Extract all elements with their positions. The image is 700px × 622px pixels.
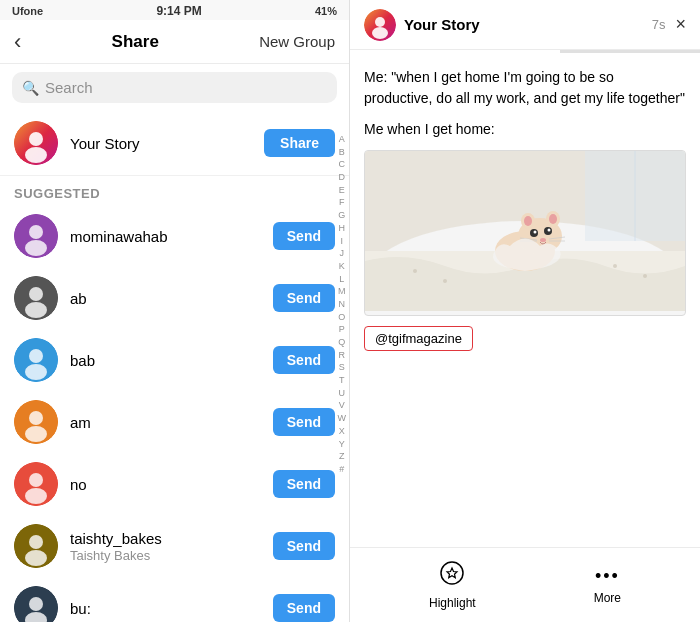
contact-name: taishty_bakes (70, 530, 273, 547)
more-icon: ••• (595, 566, 620, 587)
suggested-label: SUGGESTED (0, 176, 349, 205)
contact-row: am Send (0, 391, 349, 453)
avatar-img (14, 462, 58, 506)
contact-name: bab (70, 352, 273, 369)
svg-point-41 (534, 231, 537, 234)
status-bar: Ufone 9:14 PM 41% (0, 0, 349, 20)
svg-point-19 (29, 535, 43, 549)
contact-info: mominawahab (70, 228, 273, 245)
right-panel: Your Story 7s × Me: "when I get home I'm… (350, 0, 700, 622)
avatar (14, 586, 58, 622)
highlight-label: Highlight (429, 596, 476, 610)
your-story-avatar (14, 121, 58, 165)
avatar (14, 524, 58, 568)
contact-name: mominawahab (70, 228, 273, 245)
avatar (14, 462, 58, 506)
story-footer: Highlight ••• More (350, 547, 700, 622)
contact-info: no (70, 476, 273, 493)
svg-point-42 (548, 229, 551, 232)
contact-info: bab (70, 352, 273, 369)
story-progress-bar (350, 50, 700, 53)
send-button[interactable]: Send (273, 222, 335, 250)
svg-point-49 (443, 279, 447, 283)
avatar-img (14, 338, 58, 382)
svg-point-29 (372, 27, 388, 39)
send-button[interactable]: Send (273, 594, 335, 622)
new-group-button[interactable]: New Group (259, 33, 335, 50)
story-header: Your Story 7s × (350, 0, 700, 50)
send-button[interactable]: Send (273, 408, 335, 436)
search-icon: 🔍 (22, 80, 39, 96)
avatar-img (14, 524, 58, 568)
contact-info: am (70, 414, 273, 431)
avatar-img (14, 586, 58, 622)
svg-point-13 (29, 411, 43, 425)
highlight-icon (439, 560, 465, 592)
story-progress-fill (350, 50, 560, 53)
avatar (14, 338, 58, 382)
svg-point-11 (25, 364, 47, 380)
contact-row: taishty_bakes Taishty Bakes Send (0, 515, 349, 577)
contact-row: no Send (0, 453, 349, 515)
contact-name: no (70, 476, 273, 493)
story-content: Me: "when I get home I'm going to be so … (350, 53, 700, 547)
search-bar[interactable]: 🔍 Search (12, 72, 337, 103)
svg-point-28 (375, 17, 385, 27)
more-label: More (594, 591, 621, 605)
send-button[interactable]: Send (273, 346, 335, 374)
story-title: Your Story (404, 16, 652, 33)
svg-point-38 (549, 214, 557, 224)
send-button[interactable]: Send (273, 470, 335, 498)
svg-point-7 (29, 287, 43, 301)
contact-list: mominawahab Send ab Send b (0, 205, 349, 622)
svg-point-2 (25, 147, 47, 163)
share-button[interactable]: Share (264, 129, 335, 157)
your-story-label: Your Story (70, 135, 264, 152)
svg-point-4 (29, 225, 43, 239)
more-action[interactable]: ••• More (594, 566, 621, 605)
contact-name: ab (70, 290, 273, 307)
svg-point-20 (25, 550, 47, 566)
story-tag: @tgifmagazine (364, 326, 473, 351)
meme-image (365, 151, 685, 311)
story-close-button[interactable]: × (675, 14, 686, 35)
svg-point-1 (29, 132, 43, 146)
svg-point-54 (441, 562, 463, 584)
contact-name: bu: (70, 600, 273, 617)
svg-point-5 (25, 240, 47, 256)
left-panel: Ufone 9:14 PM 41% ‹ Share New Group 🔍 Se… (0, 0, 350, 622)
svg-point-36 (524, 216, 532, 226)
svg-point-8 (25, 302, 47, 318)
contact-row: bab Send (0, 329, 349, 391)
story-time: 7s (652, 17, 666, 32)
send-button[interactable]: Send (273, 532, 335, 560)
avatar (14, 276, 58, 320)
avatar-img (14, 214, 58, 258)
contact-row: bu: Send (0, 577, 349, 622)
avatar (14, 400, 58, 444)
avatar (14, 214, 58, 258)
svg-point-14 (25, 426, 47, 442)
contact-row: ab Send (0, 267, 349, 329)
contact-subname: Taishty Bakes (70, 548, 273, 563)
story-text-2: Me when I get home: (364, 119, 686, 140)
highlight-action[interactable]: Highlight (429, 560, 476, 610)
contact-info: ab (70, 290, 273, 307)
avatar-img (14, 400, 58, 444)
story-meme-container (364, 150, 686, 316)
send-button[interactable]: Send (273, 284, 335, 312)
header-title: Share (11, 32, 259, 52)
svg-point-10 (29, 349, 43, 363)
svg-point-16 (29, 473, 43, 487)
svg-point-43 (540, 238, 546, 242)
battery: 41% (315, 5, 337, 17)
story-avatar (364, 9, 396, 41)
your-story-avatar-img (14, 121, 58, 165)
svg-point-17 (25, 488, 47, 504)
avatar-img (14, 276, 58, 320)
svg-point-51 (643, 274, 647, 278)
story-text-1: Me: "when I get home I'm going to be so … (364, 67, 686, 109)
contact-info: taishty_bakes Taishty Bakes (70, 530, 273, 563)
svg-point-48 (413, 269, 417, 273)
contact-name: am (70, 414, 273, 431)
